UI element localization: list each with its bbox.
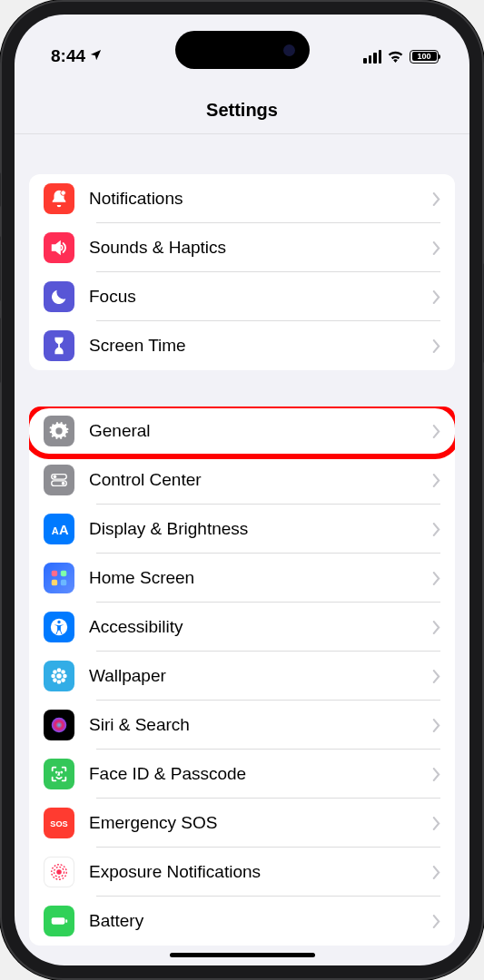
chevron-right-icon [432,915,440,928]
moon-icon [44,281,74,312]
chevron-right-icon [432,670,440,683]
settings-row-home-screen[interactable]: Home Screen [29,554,455,603]
row-label: Focus [89,287,432,307]
chevron-right-icon [432,192,440,206]
faceid-icon [44,759,74,789]
home-indicator[interactable] [170,953,315,957]
svg-point-4 [62,482,65,485]
settings-row-siri-search[interactable]: Siri & Search [29,701,455,750]
svg-point-21 [61,678,65,682]
svg-point-2 [54,475,57,479]
settings-list[interactable]: NotificationsSounds & HapticsFocusScreen… [15,134,469,958]
svg-rect-7 [52,571,57,576]
switches-icon [44,465,74,495]
page-title: Settings [15,74,469,134]
settings-row-exposure-notifications[interactable]: Exposure Notifications [29,848,455,897]
svg-point-15 [57,680,62,684]
svg-rect-10 [61,580,66,585]
settings-row-focus[interactable]: Focus [29,272,455,321]
battery-icon [44,906,74,936]
screen: 8:44 100 Settings NotificationsSounds & … [15,15,469,965]
row-label: Control Center [89,470,432,490]
sos-icon: SOS [44,808,74,838]
svg-text:A: A [59,523,69,537]
svg-text:SOS: SOS [50,819,67,828]
row-label: Screen Time [89,336,432,356]
row-label: Wallpaper [89,666,432,686]
row-label: Accessibility [89,617,432,637]
location-icon [89,46,103,66]
settings-row-notifications[interactable]: Notifications [29,174,455,223]
grid-icon [44,563,74,593]
row-label: Display & Brightness [89,519,432,539]
settings-row-sounds-haptics[interactable]: Sounds & Haptics [29,223,455,272]
svg-point-18 [53,670,57,674]
chevron-right-icon [432,621,440,634]
status-time: 8:44 [51,46,85,66]
svg-point-23 [56,772,57,773]
row-label: Battery [89,911,432,931]
svg-point-20 [53,678,57,682]
text-size-icon: AA [44,514,74,544]
chevron-right-icon [432,523,440,536]
gear-icon [44,416,74,446]
svg-point-14 [57,668,62,672]
exposure-icon [44,857,74,887]
chevron-right-icon [432,866,440,879]
svg-point-13 [56,673,62,679]
svg-point-12 [57,621,60,623]
chevron-right-icon [432,817,440,830]
hourglass-icon [44,330,74,361]
svg-point-0 [61,191,66,196]
settings-row-accessibility[interactable]: Accessibility [29,603,455,652]
svg-point-17 [63,674,67,679]
settings-row-general[interactable]: General [29,407,455,456]
settings-row-wallpaper[interactable]: Wallpaper [29,652,455,701]
chevron-right-icon [432,572,440,585]
settings-row-screen-time[interactable]: Screen Time [29,321,455,370]
row-label: Face ID & Passcode [89,764,432,784]
dynamic-island [175,31,310,69]
chevron-right-icon [432,768,440,781]
svg-rect-8 [61,571,66,576]
svg-text:A: A [52,525,59,536]
accessibility-icon [44,612,74,642]
battery-icon: 100 [410,50,439,64]
bell-badge-icon [44,183,74,214]
svg-rect-9 [52,580,57,585]
row-label: Emergency SOS [89,813,432,833]
svg-point-26 [56,869,62,875]
phone-frame: 8:44 100 Settings NotificationsSounds & … [0,0,484,980]
settings-row-emergency-sos[interactable]: SOSEmergency SOS [29,799,455,848]
wifi-icon [387,50,404,63]
svg-point-16 [51,674,55,679]
chevron-right-icon [432,290,440,304]
chevron-right-icon [432,339,440,353]
svg-point-22 [52,718,67,733]
settings-row-face-id-passcode[interactable]: Face ID & Passcode [29,750,455,799]
svg-point-19 [61,670,65,674]
settings-row-display-brightness[interactable]: AADisplay & Brightness [29,505,455,554]
svg-rect-29 [52,917,65,924]
row-label: Notifications [89,189,432,209]
settings-row-battery[interactable]: Battery [29,897,455,946]
svg-rect-30 [65,919,67,923]
speaker-icon [44,232,74,263]
chevron-right-icon [432,474,440,487]
row-label: Home Screen [89,568,432,588]
siri-icon [44,710,74,740]
row-label: Exposure Notifications [89,862,432,882]
settings-row-control-center[interactable]: Control Center [29,456,455,505]
row-label: Sounds & Haptics [89,238,432,258]
chevron-right-icon [432,241,440,255]
row-label: General [89,421,432,441]
chevron-right-icon [432,719,440,732]
settings-group-1: NotificationsSounds & HapticsFocusScreen… [29,174,455,370]
row-label: Siri & Search [89,715,432,735]
svg-point-24 [61,772,62,773]
flower-icon [44,661,74,691]
chevron-right-icon [432,425,440,438]
cellular-icon [363,50,381,64]
settings-group-2: GeneralControl CenterAADisplay & Brightn… [29,407,455,946]
